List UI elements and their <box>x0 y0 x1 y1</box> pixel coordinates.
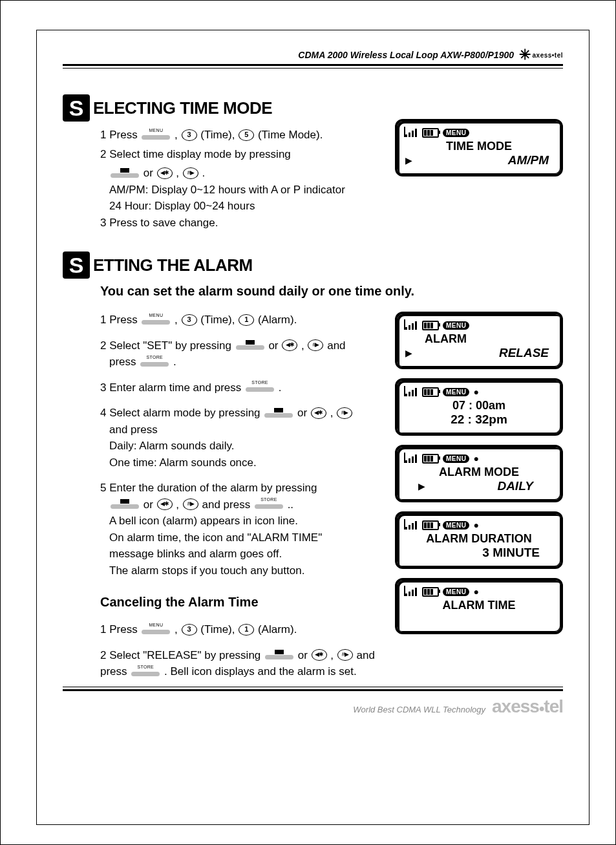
battery-icon <box>422 128 439 138</box>
cancel-step-2: 2 Select "RELEASE" by pressing or , and … <box>100 647 376 680</box>
triangle-right-icon: ▶ <box>405 155 412 166</box>
lcd-value: AM/PM <box>419 153 553 167</box>
hash-key-icon <box>183 167 198 179</box>
volume-key-icon <box>111 169 139 178</box>
lcd-value: RELASE <box>419 346 553 360</box>
lcd-alarm-time-entry: MENU ● 07 : 00am 22 : 32pm <box>395 378 563 436</box>
signal-icon <box>405 387 418 396</box>
heading-setting-alarm: ETTING THE ALARM <box>93 255 253 275</box>
menu-indicator: MENU <box>443 129 469 137</box>
volume-key-icon <box>236 341 264 350</box>
step-2: 2 Select time display mode by pressing <box>100 146 376 163</box>
menu-indicator: MENU <box>443 521 469 529</box>
digit-5-key-icon: 5 <box>239 129 254 141</box>
bell-icon: ● <box>473 586 478 597</box>
digit-1-key-icon: 1 <box>239 624 254 636</box>
signal-icon <box>405 587 418 596</box>
lcd-time-mode: MENU TIME MODE ▶ AM/PM <box>395 119 563 176</box>
page-footer: World Best CDMA WLL Technology axess•tel <box>63 696 563 717</box>
store-key-icon <box>140 358 169 367</box>
alarm-step-1: 1 Press , 3 (Time), 1 (Alarm). <box>100 312 376 328</box>
section-title-time-mode: S ELECTING TIME MODE <box>63 94 376 122</box>
lcd-alarm-release: MENU ALARM ▶RELASE <box>395 312 563 369</box>
signal-icon <box>405 321 418 330</box>
hash-key-icon <box>337 649 353 661</box>
footer-rule <box>63 687 563 691</box>
footer-brand: axess•tel <box>492 696 563 717</box>
brand-logo-small: ✳ axess•tel <box>519 52 563 59</box>
lcd-value: DAILY <box>432 479 553 493</box>
lcd-line1: ALARM TIME <box>405 599 553 612</box>
lcd-line1: TIME MODE <box>405 140 553 153</box>
cancel-step-1: 1 Press , 3 (Time), 1 (Alarm). <box>100 621 376 638</box>
lcd-line2: 22 : 32pm <box>405 412 553 427</box>
store-key-icon <box>255 500 283 509</box>
hash-key-icon <box>308 339 323 351</box>
spark-icon: ✳ <box>519 52 531 58</box>
dropcap-s: S <box>63 94 90 122</box>
24h-desc: 24 Hour: Display 00~24 hours <box>109 198 376 215</box>
star-key-icon <box>157 167 173 179</box>
hash-key-icon <box>337 407 352 419</box>
lcd-line1: 07 : 00am <box>405 399 553 412</box>
footer-tagline: World Best CDMA WLL Technology <box>353 705 485 714</box>
step-2b: or , . <box>109 165 376 182</box>
digit-3-key-icon: 3 <box>182 624 197 636</box>
section-title-setting-alarm: S ETTING THE ALARM <box>63 251 563 279</box>
body-setting-alarm: 1 Press , 3 (Time), 1 (Alarm). 2 Select … <box>100 312 376 579</box>
lcd-line2: 3 MINUTE <box>405 546 553 560</box>
ampm-desc: AM/PM: Display 0~12 hours with A or P in… <box>109 182 376 198</box>
battery-icon <box>422 587 439 597</box>
signal-icon <box>405 454 418 463</box>
bell-icon: ● <box>473 520 478 530</box>
bell-icon: ● <box>473 453 478 464</box>
volume-key-icon <box>111 500 139 509</box>
volume-key-icon <box>265 651 293 660</box>
hash-key-icon <box>183 498 198 510</box>
lcd-alarm-mode: MENU ● ALARM MODE ▶DAILY <box>395 445 563 502</box>
dropcap-s: S <box>63 251 90 279</box>
alarm-intro: You can set the alarm sound daily or one… <box>100 284 563 299</box>
lcd-line1: ALARM <box>405 332 553 346</box>
alarm-step-2: 2 Select "SET" by pressing or , and pres… <box>100 337 376 370</box>
signal-icon <box>405 520 418 529</box>
alarm-step-4: 4 Select alarm mode by pressing or , and… <box>100 405 376 471</box>
menu-key-icon <box>142 626 170 635</box>
star-key-icon <box>282 339 297 351</box>
digit-1-key-icon: 1 <box>239 314 254 326</box>
product-name: CDMA 2000 Wireless Local Loop AXW-P800/P… <box>298 50 514 60</box>
page-header: CDMA 2000 Wireless Local Loop AXW-P800/P… <box>63 50 563 60</box>
alarm-step-5: 5 Enter the duration of the alarm by pre… <box>100 480 376 579</box>
store-key-icon <box>131 668 160 677</box>
menu-key-icon <box>142 131 170 140</box>
header-rule <box>63 64 563 69</box>
triangle-right-icon: ▶ <box>418 481 425 491</box>
body-cancel-alarm: 1 Press , 3 (Time), 1 (Alarm). 2 Select … <box>100 621 376 680</box>
body-selecting-time-mode: 1 Press , 3 (Time), 5 (Time Mode). 2 Sel… <box>100 127 376 231</box>
step-3: 3 Press to save change. <box>100 215 376 231</box>
digit-3-key-icon: 3 <box>182 314 197 326</box>
menu-key-icon <box>142 316 170 325</box>
heading-selecting-time-mode: ELECTING TIME MODE <box>93 98 272 118</box>
step-1: 1 Press , 3 (Time), 5 (Time Mode). <box>100 127 376 144</box>
star-key-icon <box>311 407 326 419</box>
store-key-icon <box>246 383 274 392</box>
cancel-heading: Canceling the Alarm Time <box>100 595 376 610</box>
battery-icon <box>422 387 439 397</box>
menu-indicator: MENU <box>443 321 469 330</box>
star-key-icon <box>312 649 327 661</box>
lcd-line1: ALARM DURATION <box>405 532 553 546</box>
bell-icon: ● <box>473 387 478 397</box>
digit-3-key-icon: 3 <box>182 129 197 141</box>
lcd-line1: ALARM MODE <box>405 465 553 479</box>
star-key-icon <box>157 498 173 510</box>
menu-indicator: MENU <box>443 455 469 463</box>
battery-icon <box>422 520 439 530</box>
signal-icon <box>405 128 418 137</box>
lcd-alarm-time-msg: MENU ● ALARM TIME <box>395 578 563 634</box>
menu-indicator: MENU <box>443 588 469 596</box>
battery-icon <box>422 321 439 330</box>
triangle-right-icon: ▶ <box>405 348 412 358</box>
alarm-step-3: 3 Enter alarm time and press . <box>100 380 376 396</box>
lcd-alarm-duration: MENU ● ALARM DURATION 3 MINUTE <box>395 511 563 569</box>
